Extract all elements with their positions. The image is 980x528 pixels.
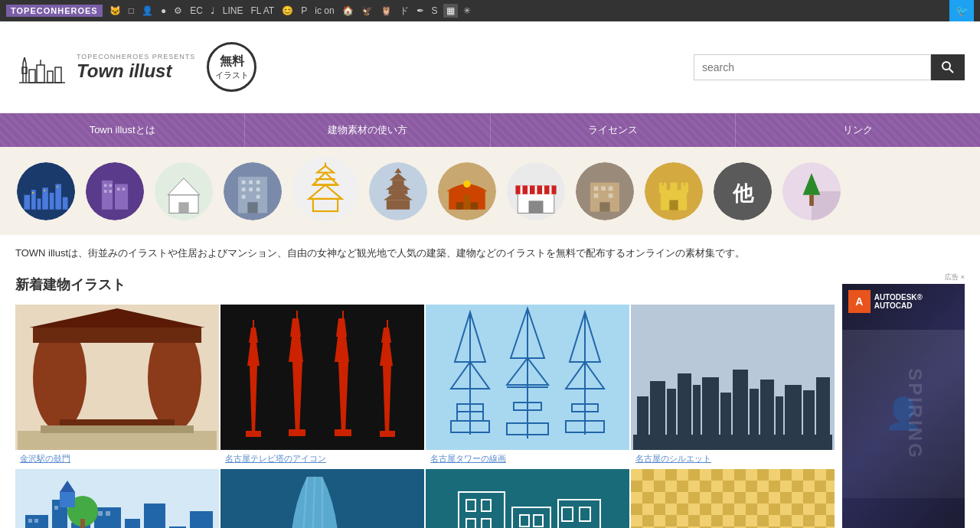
category-row: 他 xyxy=(0,147,980,235)
grid-item-teal-building[interactable]: 建物イラスト xyxy=(426,469,629,528)
cat-icon-grid[interactable]: ▦ xyxy=(443,4,458,18)
cat-icon-pen[interactable]: ✒ xyxy=(414,4,426,18)
svg-text:他: 他 xyxy=(732,182,754,205)
cat-icon-house[interactable]: 🏠 xyxy=(340,4,356,18)
cat-nature[interactable] xyxy=(781,161,842,222)
badge-bottom-text: イラスト xyxy=(215,70,249,81)
cat-building-purple[interactable] xyxy=(84,161,145,222)
cat-icon-smile[interactable]: 😊 xyxy=(279,4,296,18)
cat-icon-p[interactable]: P xyxy=(299,4,309,18)
search-button[interactable] xyxy=(931,54,965,80)
section-title: 新着建物イラスト xyxy=(15,272,835,294)
ad-label: 広告 × xyxy=(842,272,965,282)
grid-item-city-blue[interactable]: 都市イラスト xyxy=(15,469,219,528)
svg-rect-84 xyxy=(609,186,613,191)
nav-about[interactable]: Town illustとは xyxy=(0,113,245,147)
grid-item-nagoya-line[interactable]: 名古屋タワーの線画 xyxy=(426,305,629,468)
logo-main-text: Town illust xyxy=(77,60,195,82)
svg-rect-44 xyxy=(249,187,253,191)
cat-icon-owl[interactable]: 🦉 xyxy=(378,4,394,18)
nav-links[interactable]: リンク xyxy=(736,113,980,147)
image-grid: 金沢駅の鼓門 xyxy=(15,305,835,528)
svg-rect-79 xyxy=(529,200,544,213)
svg-rect-40 xyxy=(242,180,246,184)
autocad-logo: A AUTODESK® AUTOCAD xyxy=(848,290,959,313)
svg-rect-42 xyxy=(256,180,260,184)
autocad-text: AUTODESK® AUTOCAD xyxy=(874,293,959,310)
search-area xyxy=(694,54,965,80)
top-navigation: TOPECONHEROES 🐱 □ 👤 ● ⚙ EC ♩ LINE FL AT … xyxy=(0,0,980,21)
svg-rect-31 xyxy=(109,190,112,193)
cat-shop[interactable] xyxy=(505,161,567,222)
svg-rect-22 xyxy=(32,191,34,193)
cat-hotel[interactable] xyxy=(222,161,283,222)
badge-top-text: 無料 xyxy=(220,54,244,70)
svg-rect-86 xyxy=(609,193,613,197)
cat-icon-dr[interactable]: ド xyxy=(397,3,411,19)
svg-rect-46 xyxy=(242,194,246,198)
svg-rect-41 xyxy=(249,180,253,184)
cat-city-night[interactable] xyxy=(15,161,77,222)
ad-sidebar: 広告 × A AUTODESK® AUTOCAD 👤 SPIRING xyxy=(842,272,965,528)
nav-license[interactable]: ライセンス xyxy=(491,113,736,147)
svg-rect-28 xyxy=(104,184,107,187)
cat-icon-music[interactable]: ♩ xyxy=(208,4,217,18)
svg-rect-87 xyxy=(599,202,609,211)
cat-icon-5[interactable]: ⚙ xyxy=(172,4,185,18)
svg-rect-96 xyxy=(685,182,688,187)
cat-building-brown[interactable] xyxy=(574,161,635,222)
cat-icon-flat[interactable]: FL AT xyxy=(249,4,277,18)
logo-text-area: TOPECONHEROES PRESENTS Town illust xyxy=(77,53,195,82)
svg-rect-95 xyxy=(681,182,684,187)
top-nav-icons: 🐱 □ 👤 ● ⚙ EC ♩ LINE FL AT 😊 P ic on 🏠 🦅 … xyxy=(107,3,473,19)
ad-box[interactable]: A AUTODESK® AUTOCAD 👤 SPIRING xyxy=(842,284,965,528)
svg-line-13 xyxy=(949,69,953,73)
cat-pagoda[interactable] xyxy=(368,161,429,222)
ad-close-btn[interactable]: × xyxy=(961,273,965,281)
svg-rect-47 xyxy=(256,194,260,198)
ad-header: A AUTODESK® AUTOCAD xyxy=(848,290,959,321)
cat-icon-3[interactable]: 👤 xyxy=(139,4,155,18)
cat-icon-line[interactable]: LINE xyxy=(220,4,246,18)
svg-point-12 xyxy=(942,62,950,70)
cat-temple[interactable] xyxy=(436,161,498,222)
cat-icon-4[interactable]: ● xyxy=(158,4,168,18)
cat-icon-bird[interactable]: 🦅 xyxy=(359,4,375,18)
svg-rect-33 xyxy=(122,187,126,191)
cat-icon-star[interactable]: ✳ xyxy=(461,4,473,18)
svg-rect-69 xyxy=(464,194,470,209)
grid-item-nagoya-silhouette[interactable]: 名古屋のシルエット xyxy=(631,305,835,468)
logo-subtitle: TOPECONHEROES PRESENTS xyxy=(77,53,195,60)
grid-item-checkered[interactable]: 建物パターン xyxy=(631,469,835,528)
svg-rect-67 xyxy=(456,202,464,210)
cat-house[interactable] xyxy=(153,161,214,222)
cat-tower[interactable] xyxy=(291,155,360,223)
svg-rect-68 xyxy=(471,202,479,210)
search-input[interactable] xyxy=(694,54,931,80)
svg-rect-32 xyxy=(117,187,120,191)
cat-icon-1[interactable]: 🐱 xyxy=(107,4,123,18)
brand-logo[interactable]: TOPECONHEROES xyxy=(6,5,103,17)
svg-rect-85 xyxy=(594,193,599,197)
search-icon xyxy=(941,60,955,74)
svg-rect-27 xyxy=(115,184,128,209)
cat-icon-ic[interactable]: ic on xyxy=(312,4,336,18)
site-description: TOWN illustは、街並みのイラストや住居およびマンション、自由の女神など… xyxy=(0,235,980,272)
svg-rect-23 xyxy=(44,190,45,191)
cat-castle[interactable] xyxy=(643,161,704,222)
main-navigation: Town illustとは 建物素材の使い方 ライセンス リンク xyxy=(0,113,980,147)
ad-content: A AUTODESK® AUTOCAD 👤 SPIRING xyxy=(842,284,965,528)
autocad-logo-icon: A xyxy=(848,290,871,313)
grid-item-nagoya-dark[interactable]: 名古屋テレビ塔のアイコン xyxy=(220,305,424,468)
ad-text-overlay: SPIRING xyxy=(904,368,926,460)
cat-icon-s[interactable]: S xyxy=(430,4,440,18)
nav-howto[interactable]: 建物素材の使い方 xyxy=(245,113,490,147)
grid-item-kanazawa[interactable]: 金沢駅の鼓門 xyxy=(15,305,219,468)
svg-rect-102 xyxy=(809,194,814,205)
cat-other[interactable]: 他 xyxy=(712,161,773,222)
logo-area: TOPECONHEROES PRESENTS Town illust 無料 イラ… xyxy=(15,41,256,94)
cat-icon-2[interactable]: □ xyxy=(126,4,136,18)
cat-icon-ec[interactable]: EC xyxy=(188,4,205,18)
twitter-button[interactable]: 🐦 xyxy=(949,0,974,21)
grid-item-tall-building[interactable]: 高層ビル xyxy=(220,469,424,528)
